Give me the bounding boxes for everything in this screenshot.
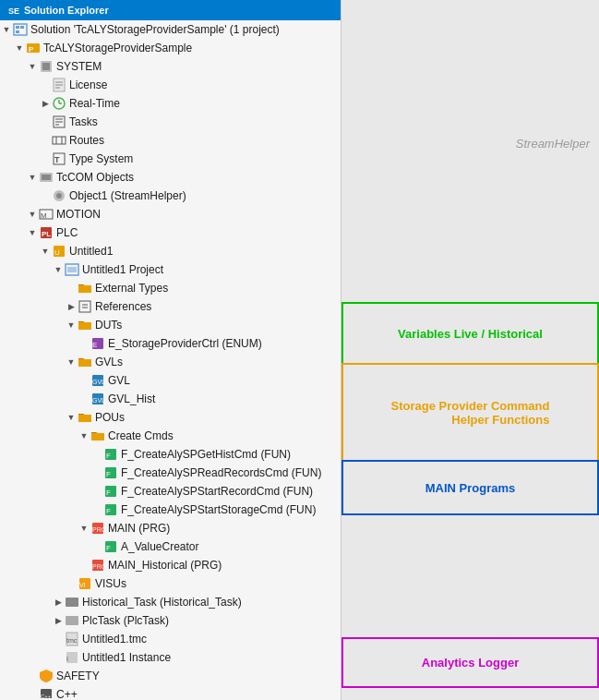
tree-item-label: C++	[56, 686, 78, 698]
tree-item[interactable]: ▼PTcALYStorageProviderSample	[0, 39, 341, 57]
tree-item[interactable]: ▼TcCOM Objects	[0, 168, 341, 187]
svg-rect-4	[20, 26, 24, 29]
tree-item[interactable]: VIVISUs	[0, 574, 341, 593]
main-container: SE Solution Explorer ▼Solution 'TcALYSto…	[0, 0, 599, 700]
tree-item[interactable]: ▼Solution 'TcALYStorageProviderSample' (…	[0, 20, 341, 39]
tree-header: SE Solution Explorer	[0, 0, 341, 20]
svg-text:F: F	[106, 470, 111, 478]
expand-down-icon[interactable]: ▼	[26, 171, 39, 184]
expand-down-icon[interactable]: ▼	[65, 319, 78, 332]
tree-item[interactable]: ▶Real-Time	[0, 94, 341, 113]
tree-item-label: Routes	[69, 132, 104, 149]
svg-text:F: F	[106, 544, 111, 552]
tree-item[interactable]: PRGMAIN_Historical (PRG)	[0, 556, 341, 574]
tree-item-label: POUs	[95, 409, 125, 426]
svg-text:C++: C++	[41, 694, 52, 698]
expand-down-icon[interactable]: ▼	[26, 226, 39, 239]
tree-item[interactable]: ▼PRGMAIN (PRG)	[0, 519, 341, 537]
tree-panel: SE Solution Explorer ▼Solution 'TcALYSto…	[0, 0, 341, 700]
tree-item[interactable]: Routes	[0, 131, 341, 150]
expand-right-icon[interactable]: ▶	[52, 596, 65, 609]
tree-item[interactable]: ▼POUs	[0, 408, 341, 427]
tree-item[interactable]: GVLGVL	[0, 371, 341, 390]
tree-item[interactable]: TType System	[0, 150, 341, 168]
realtime-icon	[52, 96, 66, 111]
folder-icon	[90, 428, 105, 443]
tree-item-label: Solution 'TcALYStorageProviderSample' (1…	[30, 21, 280, 38]
tree-item-label: License	[69, 77, 107, 93]
tree-item[interactable]: ▼SYSTEM	[0, 57, 341, 76]
expand-down-icon[interactable]: ▼	[65, 356, 78, 368]
svg-rect-3	[16, 26, 19, 29]
tree-item-label: GVLs	[95, 354, 123, 370]
tree-item[interactable]: ▼PLPLC	[0, 223, 341, 242]
tree-item[interactable]: FA_ValueCreator	[0, 537, 341, 556]
storage-annotation-label: Storage Provider Command Helper Function…	[391, 399, 550, 427]
analytics-annotation-label: Analytics Logger	[422, 656, 519, 670]
expand-right-icon[interactable]: ▶	[65, 300, 78, 313]
tree-item[interactable]: ▶Historical_Task (Historical_Task)	[0, 593, 341, 611]
tree-item-label: SYSTEM	[56, 58, 102, 75]
expand-down-icon[interactable]: ▼	[0, 23, 13, 36]
tree-content[interactable]: ▼Solution 'TcALYStorageProviderSample' (…	[0, 20, 341, 698]
tree-item[interactable]: FF_CreateAlySPReadRecordsCmd (FUN)	[0, 464, 341, 482]
tree-item[interactable]: ▼MMOTION	[0, 205, 341, 223]
tree-item[interactable]: ▼DUTs	[0, 316, 341, 334]
visu-icon: VI	[78, 576, 92, 591]
tree-item[interactable]: ▼Untitled1 Project	[0, 260, 341, 279]
expand-down-icon[interactable]: ▼	[13, 42, 26, 54]
svg-text:VI: VI	[79, 582, 86, 588]
folder-icon	[78, 281, 92, 296]
tree-item[interactable]: License	[0, 76, 341, 94]
tree-item[interactable]: C++C++	[0, 685, 341, 698]
tree-item[interactable]: SAFETY	[0, 667, 341, 685]
tree-item[interactable]: ▼GVLs	[0, 353, 341, 371]
expand-right-icon[interactable]: ▶	[39, 97, 52, 110]
svg-rect-2	[14, 24, 27, 35]
tree-item-label: F_CreateAlySPStartRecordCmd (FUN)	[121, 483, 313, 500]
expand-down-icon[interactable]: ▼	[78, 429, 90, 442]
svg-rect-38	[79, 301, 90, 312]
svg-rect-37	[67, 267, 77, 272]
tree-item[interactable]: FF_CreateAlySPStartRecordCmd (FUN)	[0, 482, 341, 501]
svg-text:F: F	[106, 507, 111, 515]
expand-right-icon[interactable]: ▶	[52, 614, 65, 627]
expand-down-icon[interactable]: ▼	[26, 60, 39, 73]
svg-text:GVL: GVL	[92, 379, 105, 385]
tree-item[interactable]: Object1 (StreamHelper)	[0, 187, 341, 205]
tree-item-label: VISUs	[95, 575, 126, 592]
tree-item[interactable]: EE_StorageProviderCtrl (ENUM)	[0, 334, 341, 353]
tree-item-label: Object1 (StreamHelper)	[69, 187, 186, 204]
svg-text:I: I	[66, 656, 68, 662]
tree-item-label: Tasks	[69, 114, 98, 130]
svg-text:PRG: PRG	[92, 526, 105, 533]
tree-item-label: F_CreateAlySPGetHistCmd (FUN)	[121, 446, 291, 463]
tree-item[interactable]: Tasks	[0, 113, 341, 131]
tree-item[interactable]: tmcUntitled1.tmc	[0, 630, 341, 648]
svg-text:F: F	[106, 452, 111, 460]
tree-item-label: E_StorageProviderCtrl (ENUM)	[108, 335, 262, 352]
expand-down-icon[interactable]: ▼	[78, 522, 90, 535]
tree-item[interactable]: IUntitled1 Instance	[0, 648, 341, 667]
tree-header-title: Solution Explorer	[24, 5, 109, 16]
expand-down-icon[interactable]: ▼	[39, 245, 52, 258]
main-annotation-box: MAIN Programs	[341, 460, 599, 515]
expand-down-icon[interactable]: ▼	[65, 411, 78, 424]
tree-item[interactable]: ▶PlcTask (PlcTask)	[0, 611, 341, 630]
tree-item[interactable]: FF_CreateAlySPStartStorageCmd (FUN)	[0, 501, 341, 519]
routes-icon	[52, 133, 66, 148]
system-icon	[39, 59, 54, 74]
tree-item[interactable]: ▼UUntitled1	[0, 242, 341, 260]
svg-text:PL: PL	[42, 230, 51, 238]
tree-item[interactable]: GVLGVL_Hist	[0, 390, 341, 408]
tree-item-label: Real-Time	[69, 95, 120, 112]
project-icon: P	[26, 41, 41, 55]
tree-item[interactable]: External Types	[0, 279, 341, 297]
expand-down-icon[interactable]: ▼	[52, 263, 65, 276]
tree-item-label: A_ValueCreator	[121, 538, 199, 555]
task-icon	[65, 613, 79, 628]
tree-item[interactable]: FF_CreateAlySPGetHistCmd (FUN)	[0, 445, 341, 464]
expand-down-icon[interactable]: ▼	[26, 208, 39, 221]
tree-item[interactable]: ▶References	[0, 297, 341, 316]
tree-item[interactable]: ▼Create Cmds	[0, 427, 341, 445]
